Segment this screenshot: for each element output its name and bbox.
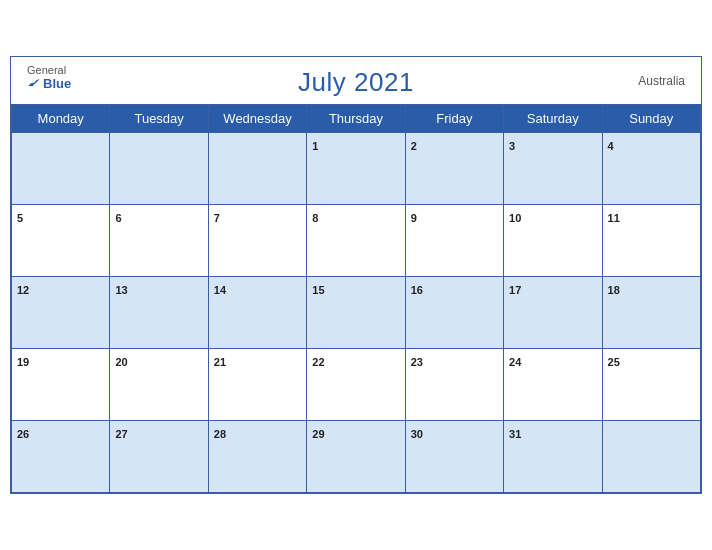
day-cell-23: 23 bbox=[405, 349, 503, 421]
day-number: 16 bbox=[411, 284, 423, 296]
day-number: 18 bbox=[608, 284, 620, 296]
day-number: 7 bbox=[214, 212, 220, 224]
day-cell-22: 22 bbox=[307, 349, 405, 421]
day-cell-19: 19 bbox=[12, 349, 110, 421]
calendar-title: July 2021 bbox=[298, 67, 414, 98]
day-cell-12: 12 bbox=[12, 277, 110, 349]
day-number: 14 bbox=[214, 284, 226, 296]
day-number: 9 bbox=[411, 212, 417, 224]
day-cell-9: 9 bbox=[405, 205, 503, 277]
empty-cell bbox=[208, 133, 306, 205]
week-row-4: 19202122232425 bbox=[12, 349, 701, 421]
day-number: 11 bbox=[608, 212, 620, 224]
bird-icon bbox=[27, 76, 41, 90]
day-header-monday: Monday bbox=[12, 105, 110, 133]
day-number: 3 bbox=[509, 140, 515, 152]
logo-general: General bbox=[27, 65, 66, 76]
day-number: 6 bbox=[115, 212, 121, 224]
day-number: 1 bbox=[312, 140, 318, 152]
empty-cell bbox=[602, 421, 700, 493]
day-cell-7: 7 bbox=[208, 205, 306, 277]
week-row-3: 12131415161718 bbox=[12, 277, 701, 349]
day-cell-14: 14 bbox=[208, 277, 306, 349]
day-number: 30 bbox=[411, 428, 423, 440]
day-cell-28: 28 bbox=[208, 421, 306, 493]
day-cell-2: 2 bbox=[405, 133, 503, 205]
day-cell-18: 18 bbox=[602, 277, 700, 349]
day-number: 13 bbox=[115, 284, 127, 296]
day-number: 24 bbox=[509, 356, 521, 368]
day-number: 27 bbox=[115, 428, 127, 440]
day-header-sunday: Sunday bbox=[602, 105, 700, 133]
day-number: 23 bbox=[411, 356, 423, 368]
day-number: 29 bbox=[312, 428, 324, 440]
day-number: 20 bbox=[115, 356, 127, 368]
day-cell-31: 31 bbox=[504, 421, 602, 493]
day-cell-5: 5 bbox=[12, 205, 110, 277]
day-cell-16: 16 bbox=[405, 277, 503, 349]
logo-blue: Blue bbox=[27, 76, 71, 90]
day-cell-15: 15 bbox=[307, 277, 405, 349]
day-cell-20: 20 bbox=[110, 349, 208, 421]
day-number: 22 bbox=[312, 356, 324, 368]
day-number: 28 bbox=[214, 428, 226, 440]
day-header-tuesday: Tuesday bbox=[110, 105, 208, 133]
day-number: 15 bbox=[312, 284, 324, 296]
empty-cell bbox=[110, 133, 208, 205]
day-number: 12 bbox=[17, 284, 29, 296]
country-label: Australia bbox=[638, 74, 685, 88]
day-header-thursday: Thursday bbox=[307, 105, 405, 133]
day-cell-29: 29 bbox=[307, 421, 405, 493]
day-cell-1: 1 bbox=[307, 133, 405, 205]
logo-area: General Blue bbox=[27, 65, 71, 90]
day-cell-3: 3 bbox=[504, 133, 602, 205]
day-number: 4 bbox=[608, 140, 614, 152]
empty-cell bbox=[12, 133, 110, 205]
week-row-5: 262728293031 bbox=[12, 421, 701, 493]
day-cell-13: 13 bbox=[110, 277, 208, 349]
day-number: 26 bbox=[17, 428, 29, 440]
day-header-wednesday: Wednesday bbox=[208, 105, 306, 133]
day-header-row: MondayTuesdayWednesdayThursdayFridaySatu… bbox=[12, 105, 701, 133]
day-cell-27: 27 bbox=[110, 421, 208, 493]
calendar-header: General Blue July 2021 Australia bbox=[11, 57, 701, 104]
day-header-saturday: Saturday bbox=[504, 105, 602, 133]
day-cell-30: 30 bbox=[405, 421, 503, 493]
day-number: 5 bbox=[17, 212, 23, 224]
day-cell-8: 8 bbox=[307, 205, 405, 277]
day-cell-11: 11 bbox=[602, 205, 700, 277]
day-number: 17 bbox=[509, 284, 521, 296]
day-cell-6: 6 bbox=[110, 205, 208, 277]
day-number: 31 bbox=[509, 428, 521, 440]
day-cell-10: 10 bbox=[504, 205, 602, 277]
week-row-1: 1234 bbox=[12, 133, 701, 205]
day-number: 19 bbox=[17, 356, 29, 368]
day-cell-21: 21 bbox=[208, 349, 306, 421]
day-cell-17: 17 bbox=[504, 277, 602, 349]
day-number: 8 bbox=[312, 212, 318, 224]
day-cell-25: 25 bbox=[602, 349, 700, 421]
day-number: 21 bbox=[214, 356, 226, 368]
day-cell-24: 24 bbox=[504, 349, 602, 421]
day-cell-26: 26 bbox=[12, 421, 110, 493]
day-number: 2 bbox=[411, 140, 417, 152]
day-number: 10 bbox=[509, 212, 521, 224]
day-cell-4: 4 bbox=[602, 133, 700, 205]
day-number: 25 bbox=[608, 356, 620, 368]
calendar-grid: MondayTuesdayWednesdayThursdayFridaySatu… bbox=[11, 104, 701, 493]
calendar-container: General Blue July 2021 Australia MondayT… bbox=[10, 56, 702, 494]
week-row-2: 567891011 bbox=[12, 205, 701, 277]
day-header-friday: Friday bbox=[405, 105, 503, 133]
